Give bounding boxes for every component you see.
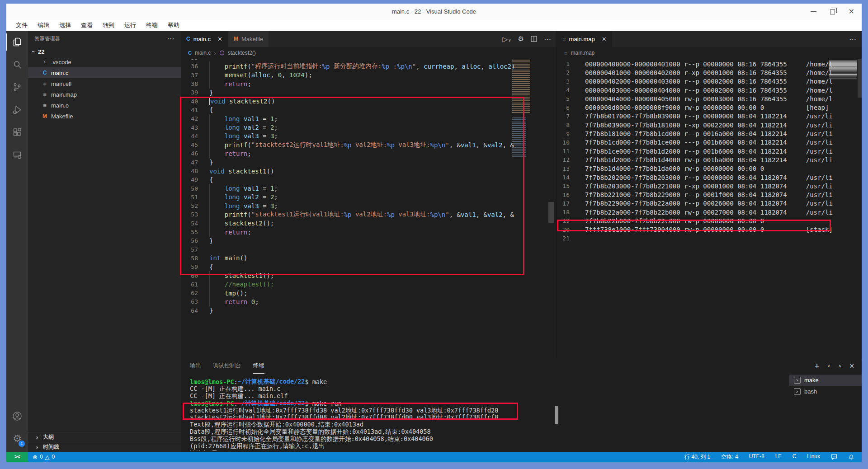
- code-editor[interactable]: 3536 printf("程序运行时当前堆指针:%p 新分配的堆内存:%p :%…: [181, 59, 557, 358]
- code-line[interactable]: 47}: [181, 158, 519, 167]
- code-line[interactable]: 53 printf("stacktest1运行时val1地址:%p val2地址…: [181, 210, 519, 219]
- code-line[interactable]: 57: [181, 245, 519, 254]
- breadcrumb-file[interactable]: main.map: [571, 50, 595, 56]
- timeline-section[interactable]: › 时间线: [28, 442, 181, 452]
- status-item[interactable]: 空格: 4: [721, 453, 738, 461]
- panel-tab[interactable]: 输出: [190, 358, 201, 374]
- tab-close-icon[interactable]: ✕: [602, 36, 607, 42]
- problems-status[interactable]: ⊗ 0 △ 0: [28, 454, 55, 460]
- code-line[interactable]: 37 memset(alloc, 0, 1024);: [181, 71, 519, 80]
- file-item-.vscode[interactable]: ›.vscode: [28, 56, 181, 67]
- outline-section[interactable]: › 大纲: [28, 432, 181, 442]
- map-line[interactable]: 87f7b8b039000-7f7b8b181000 r-xp 00022000…: [557, 121, 862, 129]
- file-item-main.c[interactable]: Cmain.c: [28, 67, 181, 78]
- code-line[interactable]: 51 long val2 = 2;: [181, 193, 519, 202]
- map-line[interactable]: 167f7b8b221000-7f7b8b229000 r--p 0001f00…: [557, 190, 862, 199]
- status-item[interactable]: Linux: [807, 453, 820, 461]
- code-line[interactable]: 56}: [181, 236, 519, 245]
- maximize-icon[interactable]: [830, 9, 835, 14]
- menu-item[interactable]: 终端: [141, 21, 163, 29]
- menu-item[interactable]: 帮助: [163, 21, 184, 29]
- code-line[interactable]: 54 stacktest2();: [181, 219, 519, 228]
- menu-item[interactable]: 运行: [119, 21, 141, 29]
- map-line[interactable]: 97f7b8b181000-7f7b8b1cd000 r--p 0016a000…: [557, 129, 862, 138]
- scrollbar-thumb[interactable]: [548, 202, 554, 223]
- code-line[interactable]: 35: [181, 59, 519, 62]
- map-line[interactable]: 187f7b8b22a000-7f7b8b22b000 rw-p 0002700…: [557, 208, 862, 216]
- menu-item[interactable]: 编辑: [33, 21, 54, 29]
- map-line[interactable]: 2000000401000-000000402000 r-xp 00001000…: [557, 68, 862, 77]
- close-panel-icon[interactable]: ✕: [849, 363, 854, 369]
- map-line[interactable]: 107f7b8b1cd000-7f7b8b1ce000 ---p 001b600…: [557, 138, 862, 147]
- file-item-Makefile[interactable]: MMakefile: [28, 111, 181, 122]
- feedback-icon[interactable]: [831, 454, 837, 460]
- close-icon[interactable]: ✕: [849, 8, 854, 15]
- code-line[interactable]: 60 stacktest1();: [181, 271, 519, 280]
- more-actions-icon[interactable]: ⋯: [544, 35, 551, 43]
- status-item[interactable]: LF: [775, 453, 782, 461]
- remote-explorer-icon[interactable]: [6, 144, 28, 166]
- breadcrumb[interactable]: ≡ main.map: [557, 47, 862, 59]
- panel-tab[interactable]: 终端: [253, 358, 264, 374]
- code-line[interactable]: 43 long val2 = 2;: [181, 123, 519, 131]
- breadcrumb-symbol[interactable]: stacktest2(): [228, 50, 256, 56]
- breadcrumb[interactable]: C main.c › stacktest2(): [181, 47, 557, 59]
- file-item-main.elf[interactable]: ≡main.elf: [28, 78, 181, 89]
- map-line[interactable]: 197f7b8b22b000-7f7b8b22c000 rw-p 0000000…: [557, 216, 862, 225]
- map-line[interactable]: 127f7b8b1d2000-7f7b8b1d4000 rw-p 001ba00…: [557, 155, 862, 164]
- source-control-icon[interactable]: [6, 76, 28, 98]
- code-line[interactable]: 42 long val1 = 1;: [181, 114, 519, 123]
- tab-close-icon[interactable]: ✕: [217, 36, 222, 42]
- more-actions-icon[interactable]: ⋯: [849, 35, 856, 43]
- map-line[interactable]: 117f7b8b1ce000-7f7b8b1d2000 r--p 001b600…: [557, 147, 862, 155]
- menu-item[interactable]: 转到: [98, 21, 119, 29]
- map-editor[interactable]: 1000000400000-000000401000 r--p 00000000…: [557, 59, 862, 358]
- menu-item[interactable]: 选择: [54, 21, 76, 29]
- config-gear-icon[interactable]: ⚙: [518, 35, 524, 43]
- folder-root[interactable]: › 22: [28, 47, 181, 56]
- map-line[interactable]: 3000000402000-000000403000 r--p 00002000…: [557, 77, 862, 86]
- map-line[interactable]: 77f7b8b017000-7f7b8b039000 r--p 00000000…: [557, 112, 862, 121]
- code-line[interactable]: 41{: [181, 106, 519, 114]
- code-line[interactable]: 52 long val3 = 3;: [181, 202, 519, 210]
- new-terminal-icon[interactable]: +: [815, 362, 820, 371]
- code-line[interactable]: 36 printf("程序运行时当前堆指针:%p 新分配的堆内存:%p :%p\…: [181, 62, 519, 70]
- code-line[interactable]: 38 return;: [181, 80, 519, 88]
- code-line[interactable]: 40void stacktest2(): [181, 97, 519, 105]
- explorer-icon[interactable]: [6, 31, 28, 53]
- code-line[interactable]: 62 tmp();: [181, 289, 519, 297]
- terminal-list-item[interactable]: >bash: [789, 386, 862, 397]
- settings-gear-icon[interactable]: ⚙ 1: [6, 427, 28, 450]
- code-line[interactable]: 64}: [181, 306, 519, 315]
- minimize-icon[interactable]: [811, 11, 816, 12]
- map-line[interactable]: 21: [557, 234, 862, 243]
- notifications-bell-icon[interactable]: [848, 454, 854, 460]
- maximize-panel-icon[interactable]: ∧: [838, 364, 841, 368]
- tab-main-c[interactable]: C main.c ✕: [181, 31, 228, 47]
- code-line[interactable]: 63 return 0;: [181, 297, 519, 306]
- map-line[interactable]: 177f7b8b229000-7f7b8b22a000 r--p 0002600…: [557, 199, 862, 208]
- breadcrumb-file[interactable]: main.c: [195, 50, 211, 56]
- file-item-main.o[interactable]: ≡main.o: [28, 100, 181, 111]
- map-line[interactable]: 1000000400000-000000401000 r--p 00000000…: [557, 60, 862, 68]
- code-line[interactable]: 45 printf("stacktest2运行时val1地址:%p val2地址…: [181, 141, 519, 149]
- status-item[interactable]: C: [793, 453, 797, 461]
- status-item[interactable]: UTF-8: [749, 453, 764, 461]
- map-line[interactable]: 147f7b8b202000-7f7b8b203000 r--p 0000000…: [557, 173, 862, 182]
- split-editor-icon[interactable]: [531, 36, 537, 42]
- remote-indicator[interactable]: ><: [6, 452, 28, 462]
- code-line[interactable]: 46 return;: [181, 149, 519, 158]
- scrollbar-thumb[interactable]: [858, 59, 862, 98]
- code-line[interactable]: 49{: [181, 175, 519, 184]
- tab-makefile[interactable]: M Makefile: [228, 31, 269, 47]
- minimap[interactable]: [512, 60, 533, 157]
- map-line[interactable]: 207fff738e1000-7fff73904000 rw-p 0000000…: [557, 225, 862, 234]
- status-item[interactable]: 行 40, 列 1: [684, 453, 710, 461]
- code-line[interactable]: 39}: [181, 88, 519, 97]
- menu-item[interactable]: 文件: [11, 21, 33, 29]
- menu-item[interactable]: 查看: [76, 21, 98, 29]
- map-line[interactable]: 4000000403000-000000404000 r--p 00002000…: [557, 86, 862, 94]
- extensions-icon[interactable]: [6, 121, 28, 144]
- code-line[interactable]: 55 return;: [181, 228, 519, 236]
- code-line[interactable]: 59{: [181, 263, 519, 271]
